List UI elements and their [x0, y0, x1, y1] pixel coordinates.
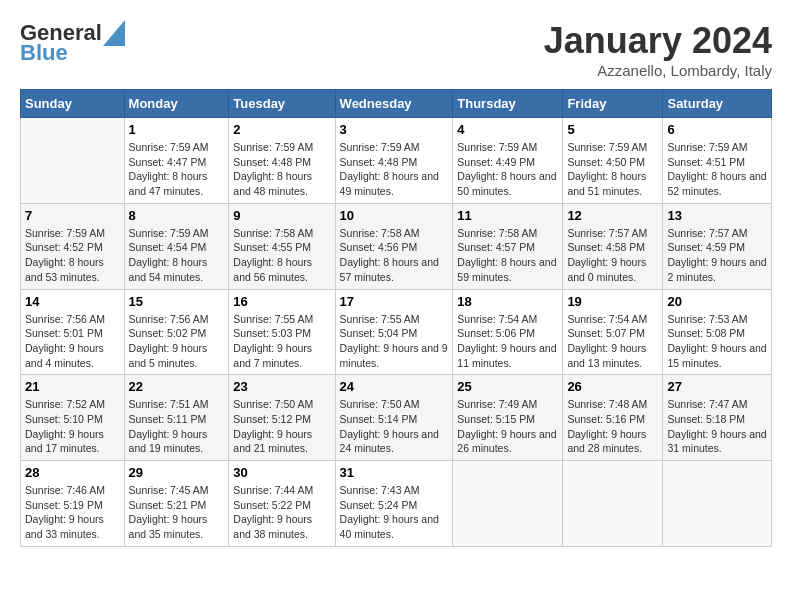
calendar-cell: 5Sunrise: 7:59 AMSunset: 4:50 PMDaylight…	[563, 118, 663, 204]
sunset-text: Sunset: 4:52 PM	[25, 241, 103, 253]
day-number: 10	[340, 208, 449, 223]
sunrise-text: Sunrise: 7:46 AM	[25, 484, 105, 496]
sunrise-text: Sunrise: 7:59 AM	[129, 227, 209, 239]
svg-marker-0	[103, 20, 125, 46]
calendar-cell: 18Sunrise: 7:54 AMSunset: 5:06 PMDayligh…	[453, 289, 563, 375]
calendar-cell: 2Sunrise: 7:59 AMSunset: 4:48 PMDaylight…	[229, 118, 335, 204]
calendar-cell: 21Sunrise: 7:52 AMSunset: 5:10 PMDayligh…	[21, 375, 125, 461]
day-number: 2	[233, 122, 330, 137]
sunset-text: Sunset: 4:47 PM	[129, 156, 207, 168]
sunrise-text: Sunrise: 7:49 AM	[457, 398, 537, 410]
day-number: 27	[667, 379, 767, 394]
day-number: 3	[340, 122, 449, 137]
daylight-text: Daylight: 9 hours and 17 minutes.	[25, 428, 104, 455]
day-number: 11	[457, 208, 558, 223]
day-header-thursday: Thursday	[453, 90, 563, 118]
day-number: 5	[567, 122, 658, 137]
day-info: Sunrise: 7:45 AMSunset: 5:21 PMDaylight:…	[129, 483, 225, 542]
calendar-cell: 16Sunrise: 7:55 AMSunset: 5:03 PMDayligh…	[229, 289, 335, 375]
sunset-text: Sunset: 5:14 PM	[340, 413, 418, 425]
day-info: Sunrise: 7:57 AMSunset: 4:58 PMDaylight:…	[567, 226, 658, 285]
daylight-text: Daylight: 9 hours and 31 minutes.	[667, 428, 766, 455]
sunset-text: Sunset: 4:51 PM	[667, 156, 745, 168]
title-area: January 2024 Azzanello, Lombardy, Italy	[544, 20, 772, 79]
sunrise-text: Sunrise: 7:58 AM	[233, 227, 313, 239]
sunrise-text: Sunrise: 7:59 AM	[567, 141, 647, 153]
day-number: 1	[129, 122, 225, 137]
day-number: 4	[457, 122, 558, 137]
sunrise-text: Sunrise: 7:52 AM	[25, 398, 105, 410]
calendar-cell	[21, 118, 125, 204]
calendar-cell: 17Sunrise: 7:55 AMSunset: 5:04 PMDayligh…	[335, 289, 453, 375]
calendar-cell: 15Sunrise: 7:56 AMSunset: 5:02 PMDayligh…	[124, 289, 229, 375]
calendar-cell: 8Sunrise: 7:59 AMSunset: 4:54 PMDaylight…	[124, 203, 229, 289]
calendar-cell: 4Sunrise: 7:59 AMSunset: 4:49 PMDaylight…	[453, 118, 563, 204]
daylight-text: Daylight: 9 hours and 26 minutes.	[457, 428, 556, 455]
day-number: 18	[457, 294, 558, 309]
day-number: 15	[129, 294, 225, 309]
day-info: Sunrise: 7:59 AMSunset: 4:54 PMDaylight:…	[129, 226, 225, 285]
day-number: 13	[667, 208, 767, 223]
sunrise-text: Sunrise: 7:58 AM	[457, 227, 537, 239]
sunset-text: Sunset: 4:59 PM	[667, 241, 745, 253]
day-info: Sunrise: 7:50 AMSunset: 5:12 PMDaylight:…	[233, 397, 330, 456]
daylight-text: Daylight: 9 hours and 7 minutes.	[233, 342, 312, 369]
sunrise-text: Sunrise: 7:54 AM	[567, 313, 647, 325]
calendar-cell: 29Sunrise: 7:45 AMSunset: 5:21 PMDayligh…	[124, 461, 229, 547]
logo: General Blue	[20, 20, 125, 66]
logo-line2: Blue	[20, 40, 68, 66]
daylight-text: Daylight: 8 hours and 56 minutes.	[233, 256, 312, 283]
sunrise-text: Sunrise: 7:57 AM	[667, 227, 747, 239]
sunset-text: Sunset: 5:16 PM	[567, 413, 645, 425]
sunset-text: Sunset: 5:22 PM	[233, 499, 311, 511]
calendar-cell: 12Sunrise: 7:57 AMSunset: 4:58 PMDayligh…	[563, 203, 663, 289]
daylight-text: Daylight: 8 hours and 50 minutes.	[457, 170, 556, 197]
calendar-week-2: 7Sunrise: 7:59 AMSunset: 4:52 PMDaylight…	[21, 203, 772, 289]
day-info: Sunrise: 7:44 AMSunset: 5:22 PMDaylight:…	[233, 483, 330, 542]
day-info: Sunrise: 7:58 AMSunset: 4:57 PMDaylight:…	[457, 226, 558, 285]
day-info: Sunrise: 7:59 AMSunset: 4:48 PMDaylight:…	[340, 140, 449, 199]
daylight-text: Daylight: 9 hours and 33 minutes.	[25, 513, 104, 540]
sunset-text: Sunset: 5:12 PM	[233, 413, 311, 425]
day-number: 14	[25, 294, 120, 309]
sunrise-text: Sunrise: 7:50 AM	[340, 398, 420, 410]
day-number: 21	[25, 379, 120, 394]
calendar-table: SundayMondayTuesdayWednesdayThursdayFrid…	[20, 89, 772, 547]
sunrise-text: Sunrise: 7:55 AM	[340, 313, 420, 325]
calendar-cell: 19Sunrise: 7:54 AMSunset: 5:07 PMDayligh…	[563, 289, 663, 375]
day-number: 7	[25, 208, 120, 223]
calendar-cell	[663, 461, 772, 547]
daylight-text: Daylight: 9 hours and 4 minutes.	[25, 342, 104, 369]
calendar-week-5: 28Sunrise: 7:46 AMSunset: 5:19 PMDayligh…	[21, 461, 772, 547]
calendar-header: SundayMondayTuesdayWednesdayThursdayFrid…	[21, 90, 772, 118]
calendar-week-1: 1Sunrise: 7:59 AMSunset: 4:47 PMDaylight…	[21, 118, 772, 204]
day-info: Sunrise: 7:50 AMSunset: 5:14 PMDaylight:…	[340, 397, 449, 456]
day-info: Sunrise: 7:46 AMSunset: 5:19 PMDaylight:…	[25, 483, 120, 542]
calendar-cell: 10Sunrise: 7:58 AMSunset: 4:56 PMDayligh…	[335, 203, 453, 289]
calendar-cell: 28Sunrise: 7:46 AMSunset: 5:19 PMDayligh…	[21, 461, 125, 547]
day-number: 16	[233, 294, 330, 309]
day-number: 6	[667, 122, 767, 137]
sunset-text: Sunset: 4:49 PM	[457, 156, 535, 168]
calendar-cell: 31Sunrise: 7:43 AMSunset: 5:24 PMDayligh…	[335, 461, 453, 547]
calendar-cell: 7Sunrise: 7:59 AMSunset: 4:52 PMDaylight…	[21, 203, 125, 289]
day-info: Sunrise: 7:58 AMSunset: 4:55 PMDaylight:…	[233, 226, 330, 285]
calendar-subtitle: Azzanello, Lombardy, Italy	[544, 62, 772, 79]
sunset-text: Sunset: 5:08 PM	[667, 327, 745, 339]
sunrise-text: Sunrise: 7:58 AM	[340, 227, 420, 239]
day-info: Sunrise: 7:59 AMSunset: 4:48 PMDaylight:…	[233, 140, 330, 199]
daylight-text: Daylight: 9 hours and 38 minutes.	[233, 513, 312, 540]
sunset-text: Sunset: 4:56 PM	[340, 241, 418, 253]
sunrise-text: Sunrise: 7:56 AM	[25, 313, 105, 325]
sunset-text: Sunset: 5:02 PM	[129, 327, 207, 339]
calendar-cell: 13Sunrise: 7:57 AMSunset: 4:59 PMDayligh…	[663, 203, 772, 289]
daylight-text: Daylight: 9 hours and 15 minutes.	[667, 342, 766, 369]
day-number: 24	[340, 379, 449, 394]
day-number: 31	[340, 465, 449, 480]
daylight-text: Daylight: 9 hours and 9 minutes.	[340, 342, 448, 369]
calendar-cell: 22Sunrise: 7:51 AMSunset: 5:11 PMDayligh…	[124, 375, 229, 461]
sunrise-text: Sunrise: 7:59 AM	[340, 141, 420, 153]
day-header-saturday: Saturday	[663, 90, 772, 118]
sunrise-text: Sunrise: 7:50 AM	[233, 398, 313, 410]
calendar-cell: 6Sunrise: 7:59 AMSunset: 4:51 PMDaylight…	[663, 118, 772, 204]
